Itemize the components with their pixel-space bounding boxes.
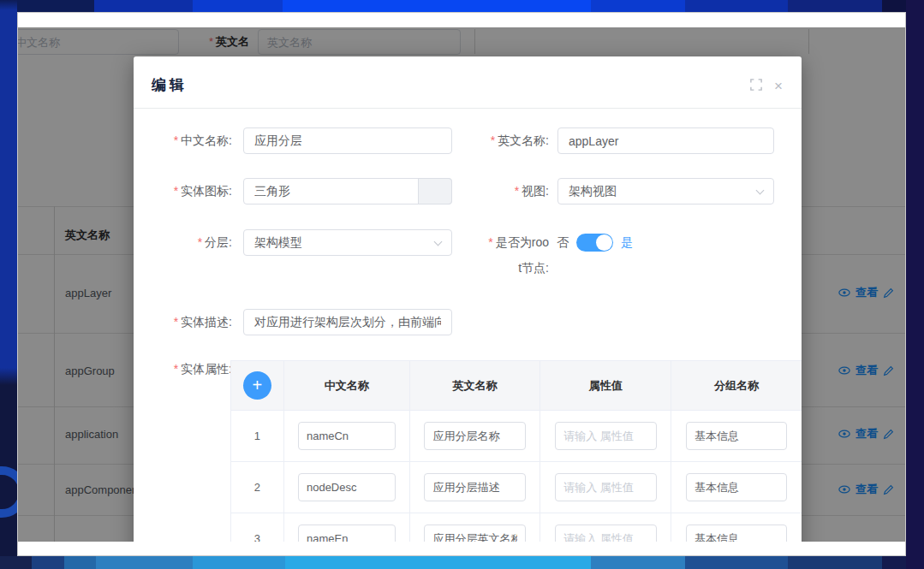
row-index: 3 [254, 532, 260, 542]
attr-header-value: 属性值 [540, 361, 671, 410]
desktop-background: *英文名 英文名称 appLayer appGroup application … [0, 0, 924, 569]
attr-row: 2 [231, 462, 802, 513]
add-attribute-button[interactable]: + [243, 371, 271, 400]
attr-row: 1 [231, 411, 802, 462]
icon-picker-button[interactable] [418, 178, 452, 204]
attr-value-input[interactable] [555, 473, 656, 501]
entity-attrs-label: *实体属性: [134, 360, 232, 377]
attr-en-input[interactable] [424, 525, 525, 542]
wallpaper-band [685, 0, 788, 12]
layer-select[interactable] [243, 229, 452, 256]
root-node-toggle[interactable] [576, 234, 613, 252]
wallpaper-band [193, 556, 285, 569]
wallpaper-band [64, 556, 96, 569]
en-name-label: *英文名称: [450, 127, 549, 154]
wallpaper-band [94, 0, 193, 12]
attr-cn-input[interactable] [298, 525, 396, 542]
attr-header-cn: 中文名称 [284, 361, 410, 410]
wallpaper-band [193, 0, 283, 12]
page-viewport: *英文名 英文名称 appLayer appGroup application … [18, 27, 905, 542]
toggle-on-label: 是 [621, 235, 633, 251]
modal-title: 编辑 [152, 75, 188, 95]
toggle-knob [596, 234, 612, 251]
wallpaper-band [788, 556, 882, 569]
toggle-off-label: 否 [557, 235, 569, 251]
attr-cn-input[interactable] [298, 422, 396, 450]
root-node-label-line2: t节点: [450, 255, 549, 282]
cn-name-input[interactable] [243, 127, 452, 154]
fullscreen-icon[interactable] [750, 79, 762, 93]
row-index: 1 [254, 430, 260, 442]
wallpaper-band [283, 0, 591, 12]
view-select[interactable] [557, 178, 774, 204]
wallpaper-band [0, 556, 32, 569]
edit-modal: 编辑 × *中文名称: *英文名称: [134, 56, 802, 542]
wallpaper-band [685, 556, 788, 569]
entity-icon-label: *实体图标: [134, 178, 232, 204]
entity-desc-label: *实体描述: [134, 309, 232, 335]
cn-name-label: *中文名称: [134, 127, 232, 154]
wallpaper-strip-left [0, 0, 17, 556]
close-icon[interactable]: × [774, 79, 783, 93]
attr-header-en: 英文名称 [410, 361, 541, 410]
entity-desc-input[interactable] [243, 309, 452, 335]
wallpaper-band [591, 0, 685, 12]
attrs-table-header: + 中文名称 英文名称 属性值 分组名称 [231, 361, 802, 411]
wallpaper-band [591, 556, 685, 569]
attr-cn-input[interactable] [298, 473, 396, 501]
attr-value-input[interactable] [555, 525, 656, 542]
root-node-label-line1: *是否为roo [450, 229, 549, 256]
wallpaper-band [285, 556, 591, 569]
attr-value-input[interactable] [555, 422, 656, 450]
entity-attrs-table: + 中文名称 英文名称 属性值 分组名称 1 2 [230, 360, 802, 542]
attr-header-group: 分组名称 [671, 361, 802, 410]
wallpaper-band [96, 556, 193, 569]
view-label: *视图: [450, 178, 549, 204]
attr-group-input[interactable] [686, 473, 787, 501]
attr-group-input[interactable] [686, 422, 787, 450]
layer-label: *分层: [134, 229, 232, 256]
attr-group-input[interactable] [686, 525, 787, 542]
attr-en-input[interactable] [424, 422, 525, 450]
wallpaper-arc [0, 466, 17, 518]
divider [134, 108, 802, 109]
en-name-input[interactable] [557, 127, 774, 154]
attr-en-input[interactable] [424, 473, 525, 501]
browser-window: *英文名 英文名称 appLayer appGroup application … [17, 12, 906, 556]
wallpaper-band [32, 556, 64, 569]
attr-row: 3 [231, 513, 802, 542]
row-index: 2 [254, 481, 260, 494]
wallpaper-band [788, 0, 882, 12]
wallpaper-strip-right [906, 0, 924, 569]
